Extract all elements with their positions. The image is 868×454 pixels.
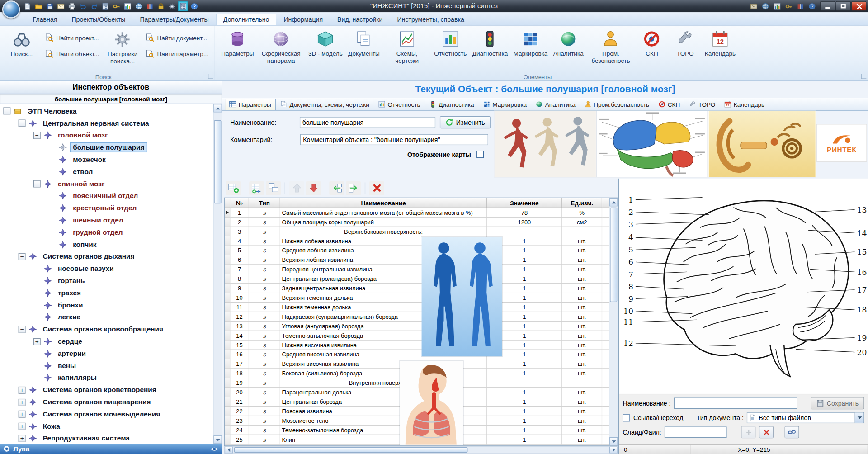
industrial-safety-button[interactable]: Пром. безопасность [586,27,635,71]
scroll-up-button[interactable] [213,104,222,112]
copy-parameter-button[interactable] [266,181,281,195]
tab-industrial-safety[interactable]: Пром.безопасность [580,99,654,110]
key-button[interactable] [111,1,121,11]
tab-calendar[interactable]: 12Календарь [720,99,769,110]
3d-model-button[interactable]: 3D - модель [306,27,345,71]
tree-expand-button[interactable]: + [19,387,26,394]
diagnostics-button[interactable]: Диагностика [470,27,511,71]
tab-analytics[interactable]: Аналитика [531,99,580,110]
tree-expand-button[interactable]: + [19,411,26,418]
minimize-button[interactable] [820,1,835,11]
marking-button[interactable]: Маркировка [510,27,550,71]
scroll-track[interactable] [213,112,222,435]
tab-diagnostics[interactable]: Диагностика [425,99,478,110]
find-project-button[interactable]: Найти проект... [43,32,101,43]
toro-button[interactable]: ТОРО [669,27,702,71]
tree-item[interactable]: трахея [0,287,213,299]
chart-mini-button[interactable] [772,1,782,11]
object-comment-input[interactable] [300,134,488,145]
tree-item[interactable]: ствол [0,166,213,178]
parameters-button[interactable]: Параметры [218,27,256,71]
search-settings-button[interactable]: Настройки поиска... [104,27,141,71]
dialog-launcher-icon[interactable] [208,74,213,79]
tree-collapse-button[interactable]: − [3,108,10,115]
lock-button[interactable] [156,1,165,11]
tree-expand-button[interactable]: + [33,338,41,345]
page-button[interactable] [22,1,32,11]
tree-expand-button[interactable]: + [19,435,26,442]
add-slide-button[interactable] [741,426,756,438]
delete-parameter-button[interactable] [369,181,384,195]
column-header[interactable]: Наименование [280,198,487,208]
scroll-up-button[interactable] [609,198,618,206]
shift-left-button[interactable] [329,181,344,195]
slide-file-input[interactable] [665,426,727,438]
documents-button[interactable]: Документы [345,27,382,71]
tree-collapse-button[interactable]: − [19,253,26,260]
schemes-drawings-button[interactable]: Схемы, чертежи [382,27,431,71]
column-header[interactable]: Значение [487,198,562,208]
table-row[interactable]: 2sОбщая площадь коры полушарий1200см2 [225,218,618,227]
scroll-down-button[interactable] [609,437,618,445]
redo-button[interactable] [89,1,99,11]
help-button[interactable] [189,1,199,11]
search-button[interactable]: Поиск... [3,27,40,71]
chart-mini-button[interactable] [123,1,132,11]
tab-documents[interactable]: Документы, схемы, чертежи [276,99,374,110]
tree-item[interactable]: +Система органов кроветворения [0,384,213,396]
tree-item[interactable]: +Кожа [0,421,213,433]
ribbon-tab-params-documents[interactable]: Параметры/Документы [132,14,216,25]
tree-item[interactable]: гортань [0,275,213,287]
close-button[interactable] [851,1,866,11]
scroll-thumb[interactable] [214,120,222,204]
maximize-button[interactable] [836,1,851,11]
spherical-panorama-button[interactable]: Сферическая панорама [257,27,306,71]
analytics-button[interactable]: Аналитика [551,27,586,71]
delete-slide-button[interactable] [759,426,774,438]
table-row[interactable]: 1sСамый массивный отдел головного мозга … [225,208,618,218]
ribbon-tab-projects-objects[interactable]: Проекты/Объекты [64,14,132,25]
tree-item[interactable]: −Система органов дыхания [0,251,213,263]
tab-reporting[interactable]: Отчетность [374,99,425,110]
scroll-left-button[interactable] [225,447,233,454]
shift-right-button[interactable] [346,181,361,195]
folder-button[interactable] [33,1,43,11]
tree-item[interactable]: +Система органов мочевыделения [0,408,213,421]
change-button[interactable]: Изменить [440,116,491,128]
scroll-track[interactable] [609,206,618,437]
tree-item[interactable]: −Система органов кровообращения [0,323,213,336]
gear-button[interactable] [167,1,177,11]
tree-expand-button[interactable]: + [19,398,26,406]
app-logo-icon[interactable] [2,0,20,18]
mail-button[interactable] [749,1,759,11]
reporting-button[interactable]: Отчетность [431,27,469,71]
move-down-button[interactable] [306,181,321,195]
tree-item[interactable]: +сердце [0,336,213,348]
undo-button[interactable] [78,1,88,11]
find-parameter-button[interactable]: Найти параметр... [144,48,210,59]
tree-collapse-button[interactable]: − [33,132,41,139]
tree-item[interactable]: +Система органов пищеварения [0,396,213,408]
book-button[interactable] [795,1,805,11]
scroll-thumb[interactable] [234,447,468,453]
scroll-thumb[interactable] [610,208,617,302]
magnifier-bar[interactable]: Лупа [0,444,222,454]
scroll-down-button[interactable] [213,435,222,444]
tree-item[interactable]: поясничный отдел [0,190,213,202]
tree-item[interactable]: +Репродуктивная система [0,432,213,444]
column-header[interactable]: № [230,198,249,208]
globe-button[interactable] [760,1,770,11]
tree-item[interactable]: большие полушария [0,142,213,154]
tree-item[interactable]: грудной отдел [0,227,213,239]
add-child-parameter-button[interactable] [249,181,264,195]
book-button[interactable] [145,1,155,11]
printer-button[interactable] [67,1,77,11]
find-object-button[interactable]: Найти объект... [43,48,101,59]
column-header[interactable]: Ед.изм. [562,198,603,208]
tree-item[interactable]: носовые пазухи [0,263,213,275]
mail-button[interactable] [56,1,66,11]
map-display-checkbox[interactable] [476,151,484,158]
scroll-right-button[interactable] [609,447,618,454]
floppy-button[interactable] [44,1,54,11]
calendar-button[interactable]: 12Календарь [702,27,739,71]
